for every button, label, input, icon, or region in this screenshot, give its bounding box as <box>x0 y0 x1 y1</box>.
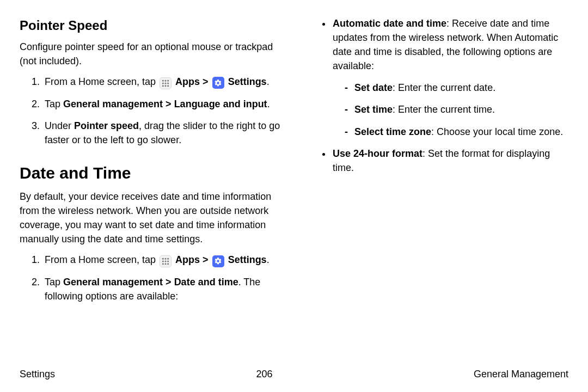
bold: Automatic date and time <box>333 18 446 29</box>
bold: Set date <box>354 82 393 93</box>
bold: General management <box>63 277 163 287</box>
chevron: > <box>200 76 211 87</box>
sub-set-date: Set date: Enter the current date. <box>345 81 568 95</box>
text: From a Home screen, tap <box>45 76 158 87</box>
datetime-steps-list: From a Home screen, tap Apps > Settings.… <box>20 253 280 303</box>
svg-point-2 <box>167 80 169 82</box>
apps-icon <box>160 77 171 89</box>
svg-point-7 <box>165 85 167 87</box>
sub-timezone: Select time zone: Choose your local time… <box>345 125 568 139</box>
text: From a Home screen, tap <box>45 254 158 265</box>
period: . <box>267 99 270 109</box>
chevron: > <box>163 277 174 287</box>
content-columns: Pointer Speed Configure pointer speed fo… <box>20 16 568 359</box>
pointer-steps-list: From a Home screen, tap Apps > Settings.… <box>20 75 280 147</box>
bold: Set time <box>354 104 393 115</box>
svg-point-16 <box>165 263 167 265</box>
bold: General management <box>63 99 163 109</box>
apps-label: Apps <box>175 76 200 87</box>
svg-point-17 <box>167 263 169 265</box>
options-list: Automatic date and time: Receive date an… <box>308 16 568 175</box>
option-auto-datetime: Automatic date and time: Receive date an… <box>332 16 568 139</box>
page-footer: Settings 206 General Management <box>20 367 568 381</box>
date-time-heading: Date and Time <box>20 161 280 185</box>
sub-set-time: Set time: Enter the current time. <box>345 102 568 117</box>
apps-label: Apps <box>175 254 200 265</box>
pointer-speed-desc: Configure pointer speed for an optional … <box>20 40 280 68</box>
svg-point-13 <box>165 261 167 262</box>
datetime-step-1: From a Home screen, tap Apps > Settings. <box>42 253 280 267</box>
footer-page-number: 206 <box>256 367 272 381</box>
datetime-step-2: Tap General management > Date and time. … <box>42 275 280 303</box>
date-time-desc: By default, your device receives date an… <box>20 189 280 246</box>
text: Tap <box>45 99 63 109</box>
left-column: Pointer Speed Configure pointer speed fo… <box>20 16 280 359</box>
settings-icon <box>212 255 224 267</box>
apps-icon <box>160 255 171 267</box>
svg-point-12 <box>162 261 164 262</box>
bold: Language and input <box>174 99 267 109</box>
bold: Select time zone <box>354 126 431 137</box>
settings-label: Settings <box>228 76 267 87</box>
text: : Choose your local time zone. <box>431 126 563 137</box>
svg-point-10 <box>165 258 167 260</box>
svg-point-15 <box>162 263 164 265</box>
footer-left: Settings <box>20 367 55 381</box>
svg-point-6 <box>162 85 164 87</box>
pointer-step-3: Under Pointer speed, drag the slider to … <box>42 119 280 147</box>
right-column: Automatic date and time: Receive date an… <box>308 16 568 359</box>
settings-icon <box>212 77 224 89</box>
footer-right: General Management <box>474 367 568 381</box>
text: : Enter the current time. <box>393 104 495 115</box>
chevron: > <box>200 254 211 265</box>
bold: Use 24-hour format <box>333 148 422 159</box>
settings-label: Settings <box>228 254 267 265</box>
svg-point-4 <box>165 82 167 84</box>
svg-point-3 <box>162 82 164 84</box>
option-24hour: Use 24-hour format: Set the format for d… <box>332 146 568 175</box>
svg-point-0 <box>162 80 164 82</box>
text: Under <box>45 120 74 131</box>
period: . <box>267 254 270 265</box>
text: : Enter the current date. <box>393 82 495 93</box>
svg-point-8 <box>167 85 169 87</box>
svg-point-5 <box>167 82 169 84</box>
bold: Pointer speed <box>74 120 139 131</box>
chevron: > <box>163 99 174 109</box>
pointer-step-2: Tap General management > Language and in… <box>42 97 280 111</box>
text: Tap <box>45 277 63 287</box>
sub-options-list: Set date: Enter the current date. Set ti… <box>333 81 568 138</box>
svg-point-9 <box>162 258 164 260</box>
svg-point-14 <box>167 261 169 262</box>
pointer-step-1: From a Home screen, tap Apps > Settings. <box>42 75 280 89</box>
pointer-speed-heading: Pointer Speed <box>20 16 280 35</box>
svg-point-1 <box>165 80 167 82</box>
svg-point-11 <box>167 258 169 260</box>
bold: Date and time <box>174 277 238 287</box>
period: . <box>267 76 270 87</box>
